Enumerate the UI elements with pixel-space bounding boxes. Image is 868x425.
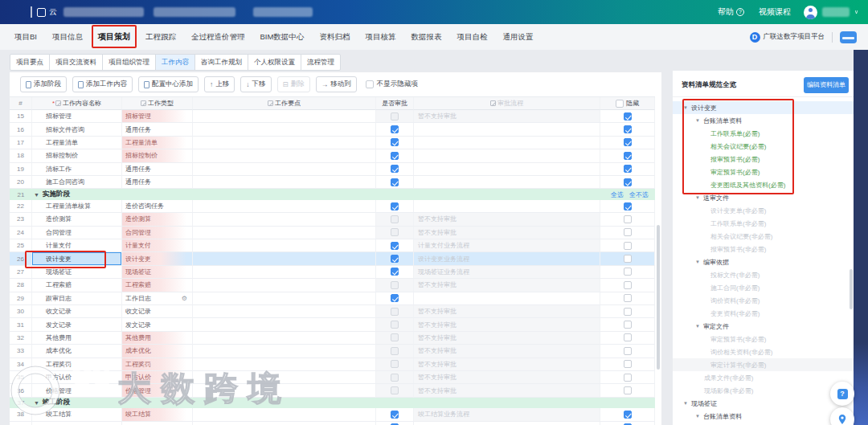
toolbar-button-1[interactable]: 添加工作内容 (72, 76, 133, 92)
work-type-cell[interactable]: 其他费用 (122, 332, 193, 345)
tree-item-12[interactable]: ▼编审依据 (673, 255, 854, 268)
hidden-cell[interactable] (600, 163, 655, 176)
tree-item-10[interactable]: 相关会议纪要(非必需) (673, 230, 854, 243)
tree-item-16[interactable]: 变更资料(非必需) (673, 307, 854, 320)
work-name-cell[interactable]: 工程索赔 (32, 279, 122, 292)
approve-checkbox[interactable] (391, 215, 399, 223)
hide-hidden-checkbox[interactable]: 不显示隐藏项 (366, 80, 418, 89)
tree-item-22[interactable]: 现场影像(非必需) (673, 384, 854, 397)
work-type-cell[interactable]: 成本优化 (122, 345, 193, 358)
video-course-link[interactable]: 视频课程 (759, 6, 791, 18)
approve-cell[interactable] (376, 371, 414, 384)
select-none-link[interactable]: 全不选 (629, 190, 649, 199)
work-points-cell[interactable] (193, 318, 376, 331)
work-type-cell[interactable]: 甲方认价 (122, 371, 193, 384)
hidden-cell[interactable] (600, 110, 655, 123)
help-float-button[interactable]: ? (830, 382, 854, 406)
table-row[interactable]: 27现场签证现场签证现场签证业务流程 (10, 266, 655, 279)
table-row[interactable]: 34工程奖罚工程奖罚暂不支持审批 (10, 358, 655, 371)
work-type-cell[interactable]: 工程量清单 (122, 137, 193, 149)
work-type-cell[interactable]: 通用任务 (122, 176, 193, 189)
hidden-checkbox[interactable] (624, 125, 632, 133)
table-row[interactable]: 36价格管理价格管理暂不支持审批 (10, 384, 655, 397)
approve-checkbox[interactable] (391, 255, 399, 263)
flow-cell[interactable] (414, 176, 600, 189)
table-row[interactable]: 16招标文件咨询通用任务 (10, 123, 655, 136)
toolbar-button-6[interactable]: →移动到 (316, 76, 357, 92)
toolbar-button-0[interactable]: 添加阶段 (20, 76, 67, 92)
approve-checkbox[interactable] (391, 386, 399, 394)
work-name-cell[interactable]: 价格管理 (32, 384, 122, 397)
hidden-checkbox[interactable] (624, 178, 632, 186)
work-type-cell[interactable]: 招标管理 (122, 110, 193, 123)
approve-checkbox[interactable] (391, 242, 399, 250)
approve-cell[interactable] (376, 213, 414, 226)
work-name-cell[interactable]: 发文记录 (32, 318, 122, 331)
work-points-cell[interactable] (193, 227, 376, 239)
work-name-cell[interactable]: 施工合同咨询 (32, 176, 122, 189)
hidden-checkbox[interactable] (624, 152, 632, 160)
flow-cell[interactable]: 暂不支持审批 (414, 279, 600, 292)
work-points-cell[interactable] (193, 123, 376, 136)
sub-tab-5[interactable]: 个人权限设置 (248, 54, 301, 71)
work-points-cell[interactable] (193, 422, 376, 425)
work-points-cell[interactable] (193, 137, 376, 149)
flow-cell[interactable]: 暂不支持审批 (414, 371, 600, 384)
work-name-cell[interactable]: 其他费用 (32, 332, 122, 345)
hidden-cell[interactable] (600, 358, 655, 371)
toolbar-button-5[interactable]: ⊟删除 (277, 76, 310, 92)
collapse-arrow-icon[interactable]: ▼ (34, 400, 39, 406)
tree-item-21[interactable]: 成果文件(非必需) (673, 371, 854, 384)
flow-cell[interactable]: 暂不支持审批 (414, 384, 600, 397)
nav-tab-8[interactable]: 数据报表 (411, 32, 441, 43)
hidden-cell[interactable] (600, 292, 655, 305)
work-name-cell[interactable]: 清标工作 (32, 163, 122, 176)
work-type-cell[interactable]: 价格管理 (122, 384, 193, 397)
table-row[interactable]: 18招标控制价招标控制价 (10, 149, 655, 162)
table-group-row[interactable]: 21▼实施阶段全选全不选 (10, 189, 655, 200)
table-group-row[interactable]: 37▼竣工阶段 (10, 398, 655, 409)
hidden-checkbox[interactable] (624, 294, 632, 302)
flow-cell[interactable] (414, 123, 600, 136)
tree-item-20[interactable]: 审定计算书(非必需) (673, 358, 854, 371)
work-points-cell[interactable] (193, 266, 376, 279)
approve-cell[interactable] (376, 176, 414, 189)
flow-cell[interactable] (414, 292, 600, 305)
flow-cell[interactable]: 竣工结算业务流程 (414, 408, 600, 421)
approve-cell[interactable] (376, 279, 414, 292)
table-row[interactable] (10, 422, 655, 425)
approve-checkbox[interactable] (391, 228, 399, 236)
approve-cell[interactable] (376, 266, 414, 279)
hidden-checkbox[interactable] (624, 202, 632, 210)
work-points-cell[interactable] (193, 279, 376, 292)
work-type-cell[interactable]: 招标控制价 (122, 149, 193, 162)
work-points-cell[interactable] (193, 332, 376, 345)
table-scrollbar[interactable] (657, 225, 660, 370)
hidden-checkbox[interactable] (624, 165, 632, 173)
tree-item-23[interactable]: ▼现场签证 (673, 397, 854, 410)
work-name-cell[interactable]: 招标控制价 (32, 149, 122, 162)
work-points-cell[interactable] (193, 371, 376, 384)
work-type-cell[interactable]: 发文记录 (122, 318, 193, 331)
flow-cell[interactable]: 计量支付业务流程 (414, 239, 600, 252)
table-row[interactable]: 28工程索赔工程索赔暂不支持审批 (10, 279, 655, 292)
work-name-cell[interactable]: 造价测算 (32, 213, 122, 226)
flow-cell[interactable]: 暂不支持审批 (414, 332, 600, 345)
nav-tab-5[interactable]: BIM数据中心 (260, 32, 304, 43)
hidden-checkbox[interactable] (624, 308, 632, 316)
tree-item-8[interactable]: 设计变更单(非必需) (673, 204, 854, 217)
work-type-cell[interactable]: 设计变更 (122, 252, 193, 265)
hidden-cell[interactable] (600, 332, 655, 345)
flow-cell[interactable] (414, 137, 600, 149)
hidden-cell[interactable] (600, 123, 655, 136)
toolbar-button-2[interactable]: 配置中心添加 (138, 76, 199, 92)
hidden-cell[interactable] (600, 371, 655, 384)
hidden-checkbox[interactable] (624, 321, 632, 329)
tree-item-18[interactable]: 审定预算书(非必需) (673, 333, 854, 345)
nav-tab-3[interactable]: 工程跟踪 (145, 32, 176, 43)
table-row[interactable]: 38竣工结算竣工结算竣工结算业务流程 (10, 408, 655, 421)
approve-checkbox[interactable] (391, 321, 399, 329)
help-icon[interactable]: ? (736, 8, 744, 16)
table-row[interactable]: 19清标工作通用任务 (10, 163, 655, 176)
tree-item-13[interactable]: 投标文件(非必需) (673, 268, 854, 281)
